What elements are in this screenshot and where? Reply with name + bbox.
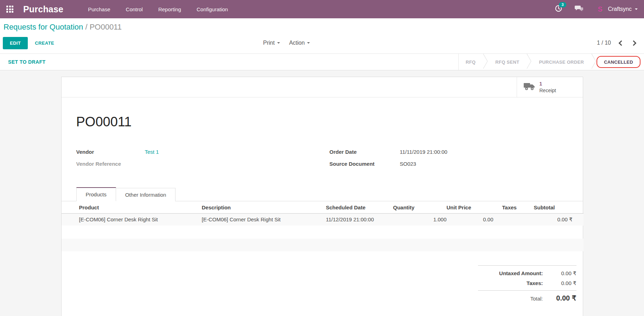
breadcrumb-parent[interactable]: Requests for Quotation <box>4 23 83 31</box>
chevron-down-icon <box>307 42 310 45</box>
breadcrumb-separator: / <box>85 23 87 31</box>
cell-subtotal[interactable]: 0.00 ₹ <box>534 213 584 226</box>
status-step-rfq[interactable]: RFQ <box>459 59 483 65</box>
breadcrumb: Requests for Quotation / PO00011 <box>3 23 644 32</box>
app-brand[interactable]: Purchase <box>23 4 63 14</box>
form-sheet: 1 Receipt PO00011 Vendor Test 1 Vendor R… <box>61 77 583 316</box>
pager-next-button[interactable] <box>631 40 637 46</box>
apps-menu-icon[interactable] <box>6 6 13 13</box>
messages-menu[interactable] <box>574 5 584 14</box>
activity-menu[interactable]: 3 <box>555 5 562 14</box>
receipt-stat-button[interactable]: 1 Receipt <box>517 77 583 97</box>
cell-taxes[interactable] <box>493 213 534 226</box>
nav-item-purchase[interactable]: Purchase <box>88 6 110 12</box>
action-label: Action <box>289 40 305 46</box>
receipt-label: Receipt <box>540 87 556 94</box>
create-button[interactable]: CREATE <box>35 40 54 46</box>
nav-item-control[interactable]: Control <box>126 6 143 12</box>
order-date-label: Order Date <box>330 149 400 155</box>
user-name: Craftsync <box>608 6 632 12</box>
col-product[interactable]: Product <box>62 202 185 213</box>
user-menu[interactable]: S Craftsync <box>595 5 638 14</box>
untaxed-amount-label: Untaxed Amount: <box>499 270 543 276</box>
notebook-tabs: Products Other Information <box>62 187 583 201</box>
print-dropdown[interactable]: Print <box>263 40 280 46</box>
cell-description[interactable]: [E-COM06] Corner Desk Right Sit <box>185 213 309 226</box>
taxes-value: 0.00 ₹ <box>543 280 576 286</box>
empty-row <box>62 226 584 239</box>
cell-product[interactable]: [E-COM06] Corner Desk Right Sit <box>62 213 185 226</box>
button-box: 1 Receipt <box>62 77 583 97</box>
status-step-purchase-order[interactable]: PURCHASE ORDER <box>532 59 591 65</box>
nav-item-reporting[interactable]: Reporting <box>158 6 181 12</box>
cell-unit-price[interactable]: 0.00 <box>447 213 493 226</box>
tab-products[interactable]: Products <box>76 187 116 201</box>
col-scheduled-date[interactable]: Scheduled Date <box>309 202 393 213</box>
col-quantity[interactable]: Quantity <box>393 202 447 213</box>
source-document-value: SO023 <box>400 161 416 167</box>
control-panel: Requests for Quotation / PO00011 EDIT CR… <box>0 18 644 53</box>
chat-icon <box>574 5 584 14</box>
col-description[interactable]: Description <box>185 202 309 213</box>
content-area: 1 Receipt PO00011 Vendor Test 1 Vendor R… <box>0 77 644 316</box>
step-arrow-icon <box>591 54 597 70</box>
table-row[interactable]: [E-COM06] Corner Desk Right Sit [E-COM06… <box>62 213 584 226</box>
tab-other-information[interactable]: Other Information <box>116 188 176 201</box>
user-avatar: S <box>595 5 605 14</box>
chevron-down-icon <box>277 42 280 45</box>
cell-scheduled-date[interactable]: 11/12/2019 21:00:00 <box>309 213 393 226</box>
pager-previous-button[interactable] <box>619 40 624 46</box>
totals-block: Untaxed Amount: 0.00 ₹ Taxes: 0.00 ₹ Tot… <box>478 265 576 304</box>
receipt-count: 1 <box>540 81 556 87</box>
status-step-rfq-sent[interactable]: RFQ SENT <box>488 59 526 65</box>
statusbar: SET TO DRAFT RFQ RFQ SENT PURCHASE ORDER… <box>0 53 644 70</box>
pager-value: 1 / 10 <box>597 40 611 46</box>
set-to-draft-button[interactable]: SET TO DRAFT <box>0 59 45 65</box>
field-groups: Vendor Test 1 Vendor Reference Order Dat… <box>62 146 583 170</box>
col-taxes[interactable]: Taxes <box>493 202 534 213</box>
edit-button[interactable]: EDIT <box>3 37 28 49</box>
vendor-value-link[interactable]: Test 1 <box>145 149 159 155</box>
total-value: 0.00 ₹ <box>543 294 576 302</box>
statusbar-steps: RFQ RFQ SENT PURCHASE ORDER CANCELLED <box>458 54 644 70</box>
top-navbar: Purchase Purchase Control Reporting Conf… <box>0 0 644 18</box>
vendor-reference-label: Vendor Reference <box>76 161 145 167</box>
activity-count-badge: 3 <box>559 2 566 7</box>
print-label: Print <box>263 40 275 46</box>
record-title: PO00011 <box>76 114 583 129</box>
field-group-right: Order Date 11/11/2019 21:00:00 Source Do… <box>330 146 583 170</box>
field-group-left: Vendor Test 1 Vendor Reference <box>76 146 330 170</box>
total-label: Total: <box>530 296 543 302</box>
action-dropdown[interactable]: Action <box>289 40 310 46</box>
chevron-down-icon <box>635 8 638 11</box>
step-arrow-icon <box>526 54 532 70</box>
nav-item-configuration[interactable]: Configuration <box>197 6 228 12</box>
order-lines-table: Product Description Scheduled Date Quant… <box>62 202 584 251</box>
vendor-label: Vendor <box>76 149 145 155</box>
source-document-label: Source Document <box>330 161 400 167</box>
untaxed-amount-value: 0.00 ₹ <box>543 270 576 277</box>
order-date-value: 11/11/2019 21:00:00 <box>400 149 447 155</box>
empty-row <box>62 239 584 251</box>
totals-divider <box>478 290 576 291</box>
col-unit-price[interactable]: Unit Price <box>447 202 493 213</box>
annotation-highlight-ring: CANCELLED <box>597 56 640 68</box>
truck-icon <box>523 82 535 93</box>
table-header-row: Product Description Scheduled Date Quant… <box>62 202 584 213</box>
col-subtotal[interactable]: Subtotal <box>534 202 584 213</box>
breadcrumb-current: PO00011 <box>90 23 122 31</box>
main-menu: Purchase Control Reporting Configuration <box>88 6 228 12</box>
status-step-cancelled[interactable]: CANCELLED <box>602 59 635 65</box>
taxes-label: Taxes: <box>527 280 543 286</box>
cell-quantity[interactable]: 1.000 <box>393 213 447 226</box>
step-arrow-icon <box>483 54 488 70</box>
